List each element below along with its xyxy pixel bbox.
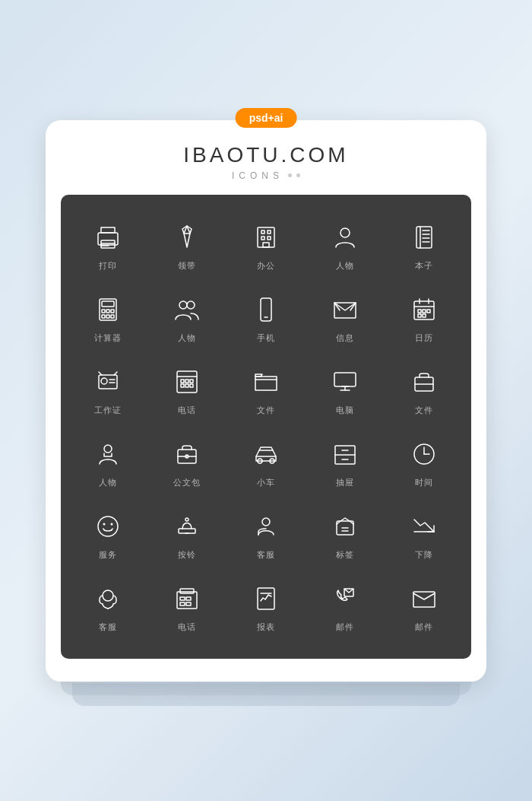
drawer-icon	[328, 437, 362, 471]
svg-rect-37	[418, 310, 421, 313]
person1-label: 人物	[336, 260, 354, 272]
mail2-icon	[407, 582, 441, 615]
service2-icon	[91, 582, 125, 615]
icon-item-mail2: 邮件	[385, 571, 464, 644]
icon-item-service1: 服务	[68, 499, 147, 571]
svg-point-79	[111, 523, 113, 525]
svg-rect-95	[180, 602, 185, 606]
icon-item-briefcase: 文件	[385, 354, 464, 427]
office-label: 办公	[257, 260, 275, 272]
svg-rect-2	[101, 240, 115, 248]
icon-item-tag: 标签	[306, 499, 385, 571]
icon-item-message: 信息	[306, 282, 385, 354]
svg-point-26	[179, 301, 187, 309]
report-label: 报表	[257, 621, 275, 633]
notebook-label: 本子	[415, 260, 433, 272]
svg-point-82	[185, 518, 188, 521]
svg-point-83	[262, 518, 270, 526]
svg-rect-93	[180, 597, 185, 600]
svg-rect-9	[268, 237, 271, 240]
person1-icon	[328, 221, 362, 254]
workid-label: 工作证	[94, 405, 122, 416]
header: IBAOTU.COM ICONS	[61, 143, 471, 181]
print-icon	[91, 221, 125, 254]
svg-rect-48	[177, 371, 197, 393]
notebook-icon	[407, 221, 441, 254]
icon-item-office: 办公	[226, 210, 306, 282]
person2-label: 人物	[99, 477, 117, 488]
svg-rect-24	[106, 315, 109, 318]
svg-point-43	[101, 378, 107, 384]
mail2-label: 邮件	[415, 621, 433, 633]
svg-rect-55	[190, 384, 193, 387]
svg-rect-6	[261, 230, 264, 234]
icon-grid-bg: 打印领带办公人物本子计算器人物手机信息日历工作证电话文件电脑文件人物公文包小车抽…	[61, 195, 471, 659]
computer-label: 电脑	[336, 405, 354, 416]
site-title: IBAOTU.COM	[61, 143, 471, 167]
bell-label: 按铃	[178, 549, 196, 561]
svg-rect-39	[427, 310, 430, 313]
report-icon	[249, 582, 283, 615]
badge: psd+ai	[236, 108, 297, 128]
icon-item-calculator: 计算器	[68, 282, 147, 354]
icon-item-report: 报表	[226, 571, 306, 644]
subtitle: ICONS	[61, 170, 471, 181]
dot2	[296, 173, 300, 177]
briefcase-icon	[407, 365, 441, 399]
icon-item-persons: 人物	[147, 282, 226, 354]
telephone-label: 电话	[178, 405, 196, 416]
service2-label: 客服	[99, 621, 117, 633]
briefcase-label: 文件	[415, 405, 433, 416]
folder-label: 文件	[257, 405, 275, 416]
icon-item-customer: 客服	[226, 499, 306, 571]
svg-point-63	[104, 445, 112, 453]
icon-item-person2: 人物	[68, 427, 147, 499]
bell-icon	[170, 510, 204, 543]
icon-item-bell: 按铃	[147, 499, 226, 571]
icon-item-calendar: 日历	[385, 282, 464, 354]
svg-rect-92	[180, 589, 194, 593]
folder-icon	[249, 365, 283, 399]
message-icon	[328, 293, 362, 326]
svg-rect-96	[186, 602, 191, 606]
decline-label: 下降	[415, 549, 433, 561]
svg-point-27	[187, 301, 195, 309]
svg-rect-22	[111, 310, 114, 313]
icon-item-person1: 人物	[306, 210, 385, 282]
car-label: 小车	[257, 477, 275, 488]
svg-rect-54	[185, 384, 188, 387]
tag-label: 标签	[336, 549, 354, 561]
svg-rect-41	[423, 314, 426, 317]
calendar-icon	[407, 293, 441, 326]
mail1-icon	[328, 582, 362, 615]
workid-icon	[91, 365, 125, 399]
svg-rect-38	[423, 310, 426, 313]
icon-item-time: 时间	[385, 427, 464, 499]
svg-rect-50	[181, 380, 184, 383]
svg-rect-8	[261, 237, 264, 240]
message-label: 信息	[336, 332, 354, 344]
svg-rect-21	[106, 310, 109, 313]
svg-point-78	[103, 523, 106, 525]
customer-label: 客服	[257, 549, 275, 561]
computer-icon	[328, 365, 362, 399]
svg-rect-10	[263, 243, 269, 247]
fax-label: 电话	[178, 621, 196, 633]
tie-icon	[170, 221, 204, 254]
time-label: 时间	[415, 477, 433, 488]
person2-icon	[91, 437, 125, 471]
icon-item-car: 小车	[226, 427, 306, 499]
svg-rect-57	[334, 373, 356, 386]
svg-rect-53	[181, 384, 184, 387]
telephone-icon	[170, 365, 204, 399]
customer-icon	[249, 510, 283, 543]
icon-item-fax: 电话	[147, 571, 226, 644]
decline-icon	[407, 510, 441, 543]
icon-item-folder: 文件	[226, 354, 306, 427]
svg-point-90	[103, 590, 113, 601]
svg-rect-51	[185, 380, 188, 383]
drawer-label: 抽屉	[336, 477, 354, 488]
svg-rect-12	[416, 227, 432, 248]
service1-label: 服务	[99, 549, 117, 561]
svg-rect-7	[268, 230, 271, 234]
